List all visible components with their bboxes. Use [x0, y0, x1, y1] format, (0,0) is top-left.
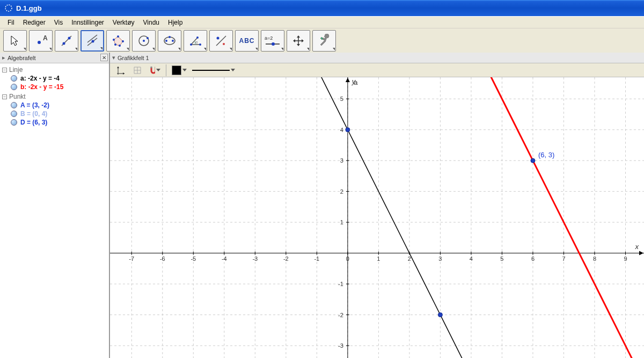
object-bullet-icon	[11, 119, 17, 126]
tree-item-D[interactable]: D = (6, 3)	[2, 118, 107, 127]
svg-point-4	[63, 42, 65, 45]
svg-rect-37	[155, 67, 156, 68]
svg-text:5: 5	[500, 255, 503, 262]
svg-text:α: α	[195, 40, 197, 44]
graphics-panel: ▾ Grafikkfelt 1 -7-	[110, 53, 644, 358]
svg-text:8: 8	[593, 255, 596, 262]
menu-verktoy[interactable]: Verktøy	[108, 18, 139, 27]
magnet-toggle[interactable]	[149, 64, 160, 76]
svg-point-21	[169, 36, 171, 38]
svg-text:-3: -3	[252, 255, 258, 262]
svg-point-22	[190, 43, 192, 46]
svg-text:-4: -4	[222, 255, 227, 262]
tool-move[interactable]	[3, 30, 27, 52]
svg-text:3: 3	[340, 157, 343, 164]
object-bullet-icon	[11, 102, 17, 108]
svg-point-122	[531, 158, 535, 163]
svg-point-121	[438, 313, 442, 317]
svg-point-10	[117, 35, 119, 38]
line-style-icon	[192, 70, 230, 71]
arrow-cursor-icon	[8, 34, 22, 48]
line-style-picker[interactable]	[192, 69, 235, 71]
dropdown-arrow-icon	[182, 69, 187, 71]
svg-text:-5: -5	[191, 255, 196, 262]
svg-text:6: 6	[531, 255, 535, 262]
graph-canvas[interactable]: -7-6-5-4-3-2-10123456789-3-2-112345xya(6…	[110, 77, 644, 358]
tree-group-line[interactable]: − Linje	[2, 65, 107, 74]
slider-icon: a=2	[262, 34, 283, 48]
tree-item-a[interactable]: a: -2x - y = -4	[2, 74, 107, 83]
menu-rediger[interactable]: Rediger	[19, 18, 50, 27]
reflect-icon	[214, 34, 228, 48]
svg-text:4: 4	[340, 127, 343, 133]
svg-text:1: 1	[340, 219, 343, 225]
axes-toggle[interactable]	[114, 64, 126, 76]
graphics-header[interactable]: ▾ Grafikkfelt 1	[110, 53, 644, 63]
svg-text:-6: -6	[160, 255, 165, 262]
svg-point-0	[5, 5, 12, 11]
svg-line-117	[317, 77, 502, 358]
collapse-arrow-icon: ▸	[2, 54, 5, 61]
dropdown-arrow-icon	[156, 69, 160, 71]
tree-group-point[interactable]: − Punkt	[2, 92, 107, 101]
menu-hjelp[interactable]: Hjelp	[164, 18, 187, 27]
svg-text:-1: -1	[314, 255, 319, 262]
menubar: Fil Rediger Vis Innstillinger Verktøy Vi…	[0, 16, 644, 28]
svg-text:x: x	[635, 243, 639, 251]
object-bullet-icon	[11, 84, 17, 90]
color-picker[interactable]	[172, 65, 187, 75]
svg-text:-2: -2	[338, 312, 343, 318]
menu-vindu[interactable]: Vindu	[139, 18, 164, 27]
main: ▸ Algebrafelt ✕ − Linje a: -2x - y = -4 …	[0, 53, 644, 358]
algebra-panel: ▸ Algebrafelt ✕ − Linje a: -2x - y = -4 …	[0, 53, 110, 358]
algebra-tree: − Linje a: -2x - y = -4 b: -2x - y = -15…	[0, 63, 109, 130]
angle-icon: α	[188, 34, 202, 48]
parallel-line-icon	[85, 34, 99, 48]
svg-text:7: 7	[562, 255, 565, 262]
tool-transform[interactable]	[209, 30, 233, 52]
tool-polygon[interactable]	[106, 30, 130, 52]
tool-parallel-line[interactable]	[80, 30, 104, 52]
svg-text:4: 4	[470, 255, 473, 262]
app-icon	[4, 4, 13, 12]
circle-center-icon	[137, 34, 151, 48]
graphics-toolbar	[110, 63, 644, 77]
svg-text:-2: -2	[283, 255, 289, 262]
svg-text:2: 2	[340, 188, 343, 195]
tool-line[interactable]	[55, 30, 78, 52]
grid-toggle[interactable]	[131, 64, 143, 76]
svg-point-24	[196, 36, 199, 39]
tree-item-b[interactable]: b: -2x - y = -15	[2, 83, 107, 91]
menu-innstillinger[interactable]: Innstillinger	[67, 18, 108, 27]
svg-text:A: A	[43, 34, 48, 42]
tool-custom[interactable]	[312, 30, 336, 52]
algebra-header[interactable]: ▸ Algebrafelt ✕	[0, 53, 109, 63]
panel-close-button[interactable]: ✕	[100, 54, 108, 61]
window-title: D.1.ggb	[16, 4, 42, 12]
tool-slider[interactable]: a=2	[261, 30, 284, 52]
tool-move-view[interactable]	[287, 30, 310, 52]
tool-conic[interactable]	[158, 30, 181, 52]
svg-text:-7: -7	[129, 255, 134, 262]
tool-circle[interactable]	[132, 30, 156, 52]
svg-point-12	[119, 45, 121, 47]
svg-point-13	[114, 43, 116, 46]
tree-item-B[interactable]: B = (0, 4)	[2, 109, 107, 118]
svg-point-27	[217, 36, 219, 39]
tree-item-A[interactable]: A = (3, -2)	[2, 101, 107, 109]
svg-point-120	[346, 128, 350, 132]
svg-text:1: 1	[377, 255, 380, 262]
svg-point-14	[113, 39, 115, 41]
dropdown-arrow-icon	[231, 69, 235, 71]
color-swatch-icon	[172, 65, 181, 75]
tool-text[interactable]: ABC	[235, 30, 259, 52]
ellipse-icon	[163, 34, 177, 48]
tool-point[interactable]: A	[29, 30, 53, 52]
magnet-icon	[149, 65, 155, 75]
menu-fil[interactable]: Fil	[3, 18, 19, 27]
svg-text:9: 9	[624, 255, 627, 262]
svg-point-20	[172, 40, 174, 42]
tool-angle[interactable]: α	[184, 30, 207, 52]
svg-text:5: 5	[340, 96, 343, 102]
menu-vis[interactable]: Vis	[50, 18, 67, 27]
